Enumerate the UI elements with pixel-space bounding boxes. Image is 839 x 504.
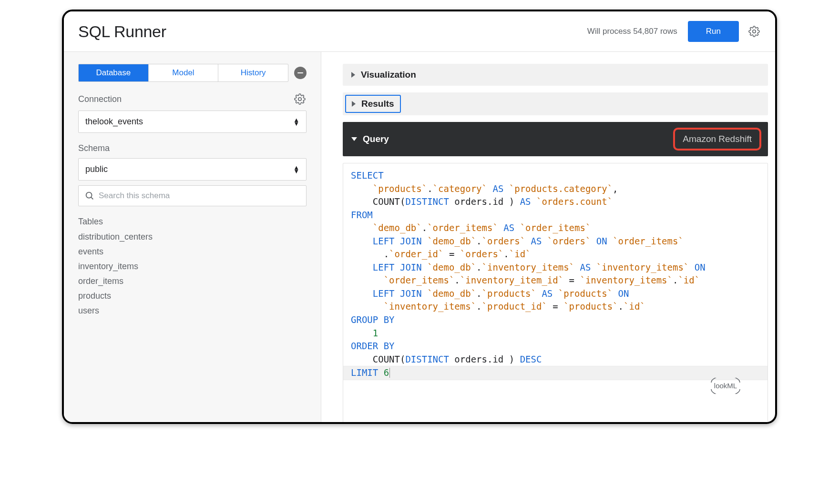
tab-history[interactable]: History [218, 64, 288, 81]
schema-value: public [85, 164, 108, 174]
table-item[interactable]: distribution_centers [78, 230, 307, 244]
text-cursor [389, 368, 390, 378]
schema-search[interactable] [78, 185, 307, 206]
schema-label: Schema [78, 143, 307, 153]
sidebar-tabs: Database Model History [78, 64, 288, 82]
row-count-info: Will process 54,807 rows [587, 27, 677, 36]
table-item[interactable]: inventory_items [78, 259, 307, 274]
lookml-badge[interactable]: lookML [706, 352, 761, 420]
caret-down-icon [351, 137, 357, 141]
table-item[interactable]: order_items [78, 274, 307, 289]
visualization-label: Visualization [361, 70, 416, 80]
query-panel-toggle[interactable]: Query Amazon Redshift [343, 122, 768, 156]
caret-right-icon [352, 101, 356, 107]
app-window: SQL Runner Will process 54,807 rows Run … [62, 10, 777, 424]
collapse-sidebar-button[interactable] [294, 67, 307, 79]
svg-text:lookML: lookML [714, 382, 737, 390]
tab-model[interactable]: Model [149, 64, 219, 81]
table-item[interactable]: events [78, 244, 307, 259]
connection-label: Connection [78, 94, 122, 104]
results-panel-toggle[interactable]: Results [343, 92, 768, 115]
sort-icon: ▲▼ [293, 118, 299, 125]
page-title: SQL Runner [78, 22, 166, 41]
connection-value: thelook_events [85, 117, 143, 127]
tables-list: distribution_centers events inventory_it… [78, 230, 307, 318]
tables-label: Tables [78, 217, 307, 227]
svg-point-0 [753, 30, 756, 33]
main-panel: Visualization Results Query Amazon Redsh… [321, 52, 775, 422]
connection-settings-button[interactable] [293, 92, 307, 106]
svg-line-3 [91, 197, 93, 199]
results-label: Results [361, 99, 394, 109]
dialect-badge: Amazon Redshift [673, 128, 761, 151]
sql-editor[interactable]: SELECT `products`.`category` AS `product… [343, 163, 768, 422]
settings-button[interactable] [747, 25, 761, 38]
header-bar: SQL Runner Will process 54,807 rows Run [64, 11, 775, 52]
schema-select[interactable]: public ▲▼ [78, 158, 307, 181]
visualization-panel-toggle[interactable]: Visualization [343, 64, 768, 86]
gear-icon [748, 26, 760, 37]
sort-icon: ▲▼ [293, 166, 299, 172]
table-item[interactable]: products [78, 289, 307, 303]
run-button[interactable]: Run [688, 21, 739, 42]
search-icon [84, 191, 95, 201]
tab-database[interactable]: Database [79, 64, 149, 81]
query-label: Query [363, 134, 389, 144]
sidebar: Database Model History Connection theloo… [64, 52, 321, 422]
svg-point-2 [86, 192, 92, 198]
svg-point-1 [298, 98, 301, 101]
connection-select[interactable]: thelook_events ▲▼ [78, 111, 307, 133]
caret-right-icon [351, 72, 355, 78]
schema-search-input[interactable] [99, 191, 300, 201]
gear-icon [294, 93, 306, 105]
table-item[interactable]: users [78, 303, 307, 318]
